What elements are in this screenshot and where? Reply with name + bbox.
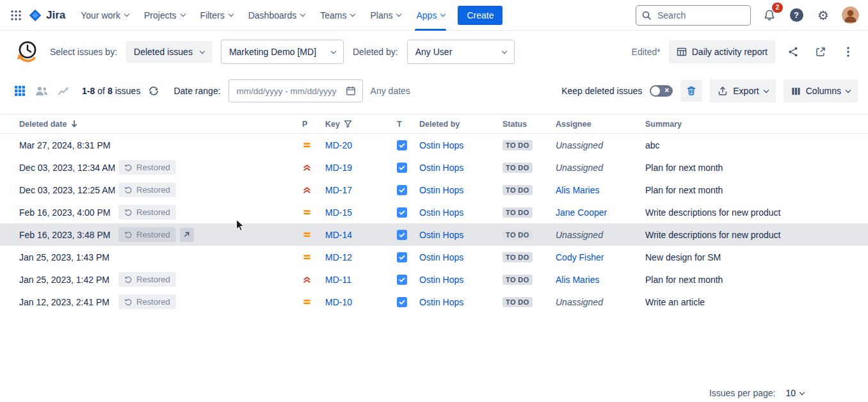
primary-nav: Your work Projects Filters Dashboards Te… — [73, 0, 453, 31]
assignee[interactable]: Alis Maries — [556, 185, 599, 195]
calendar-icon[interactable] — [346, 86, 356, 96]
issue-source-dropdown[interactable]: Deleted issues — [126, 41, 212, 63]
issue-key-link[interactable]: MD-10 — [325, 297, 352, 307]
topnav-right: 2 — [636, 5, 859, 26]
table-row[interactable]: Feb 16, 2023, 3:48 PM Restored MD-14 — [0, 223, 868, 246]
deleted-by-cell: Ostin Hops — [419, 275, 502, 285]
summary-cell: Plan for next month — [645, 163, 868, 173]
assignee[interactable]: Jane Cooper — [556, 207, 607, 218]
share-button[interactable] — [784, 42, 803, 61]
priority-medium-icon — [302, 207, 325, 217]
global-search[interactable] — [636, 5, 751, 26]
table-row[interactable]: Jan 25, 2023, 1:42 PM Restored MD-11 — [0, 268, 868, 291]
filter-funnel-icon[interactable] — [344, 120, 352, 128]
settings-button[interactable] — [815, 7, 832, 24]
summary-text: abc — [645, 140, 660, 150]
search-input[interactable] — [656, 10, 745, 21]
table-row[interactable]: Mar 27, 2024, 8:31 PM MD-20 Ostin Hops T… — [0, 134, 868, 156]
chevron-down-icon — [440, 12, 446, 17]
issue-key-link[interactable]: MD-15 — [325, 207, 352, 218]
table-row[interactable]: Jan 12, 2023, 2:41 PM Restored MD-10 — [0, 291, 868, 313]
chevron-down-icon — [764, 87, 769, 92]
status-cell: TO DO — [502, 140, 556, 150]
deleted-issues-table: Deleted date P Key T Deleted by Status A… — [0, 114, 868, 313]
deleted-date-text: Dec 03, 2023, 12:34 AM — [19, 163, 118, 173]
export-button[interactable]: Export — [710, 79, 775, 102]
column-header-key: Key — [325, 120, 397, 129]
issue-key-link[interactable]: MD-14 — [325, 230, 352, 240]
columns-button[interactable]: Columns — [784, 79, 858, 102]
undo-icon — [124, 163, 133, 172]
users-view-icon[interactable] — [35, 85, 48, 97]
deleted-by-link[interactable]: Ostin Hops — [419, 185, 463, 195]
deleted-by-link[interactable]: Ostin Hops — [419, 207, 463, 218]
issue-key-link[interactable]: MD-17 — [325, 185, 352, 195]
priority-cell — [302, 163, 325, 172]
restored-label: Restored — [136, 275, 170, 284]
deleted-by-link[interactable]: Ostin Hops — [419, 275, 463, 285]
jira-logo[interactable]: Jira — [26, 8, 73, 22]
nav-item-plans[interactable]: Plans — [362, 0, 408, 31]
date-range-field[interactable] — [229, 79, 363, 102]
issue-key-link[interactable]: MD-19 — [325, 163, 352, 173]
project-dropdown[interactable]: Marketing Demo [MD] — [221, 40, 344, 64]
more-actions-button[interactable] — [839, 42, 858, 61]
nav-item-dashboards[interactable]: Dashboards — [241, 0, 313, 31]
task-type-icon — [397, 163, 419, 173]
notifications-button[interactable]: 2 — [761, 7, 778, 24]
nav-item-teams[interactable]: Teams — [312, 0, 362, 31]
column-header-deleted-by: Deleted by — [419, 120, 502, 129]
user-avatar[interactable] — [842, 6, 859, 24]
chevron-down-icon — [800, 389, 805, 394]
table-row[interactable]: Feb 16, 2023, 4:00 PM Restored MD-15 — [0, 201, 868, 223]
deleted-date-cell: Dec 03, 2023, 12:25 AM Restored — [19, 182, 302, 197]
deleted-by-link[interactable]: Ostin Hops — [419, 140, 463, 150]
restored-label: Restored — [136, 207, 170, 217]
assignee-cell: Unassigned — [556, 230, 645, 240]
issues-per-page-dropdown[interactable]: 10 — [782, 385, 808, 401]
nav-item-projects[interactable]: Projects — [136, 0, 193, 31]
daily-activity-report-button[interactable]: Daily activity report — [669, 40, 775, 63]
issue-key-link[interactable]: MD-20 — [325, 140, 352, 150]
deleted-date-cell: Mar 27, 2024, 8:31 PM — [19, 140, 302, 150]
open-issue-button[interactable] — [180, 228, 194, 242]
summary-cell: Write descriptions for new product — [645, 230, 868, 240]
table-row[interactable]: Jan 25, 2023, 1:43 PM MD-12 Ostin Hops T… — [0, 246, 868, 268]
chevron-down-icon — [396, 12, 401, 17]
nav-item-apps[interactable]: Apps — [408, 0, 453, 31]
issue-key-link[interactable]: MD-11 — [325, 275, 351, 285]
table-row[interactable]: Dec 03, 2023, 12:34 AM Restored MD-19 — [0, 156, 868, 179]
nav-item-filters[interactable]: Filters — [193, 0, 241, 31]
chart-view-icon[interactable] — [58, 85, 69, 97]
column-header-deleted-date[interactable]: Deleted date — [19, 120, 302, 129]
assignee-cell: Alis Maries — [556, 275, 645, 285]
restored-label: Restored — [136, 230, 170, 239]
filter-bar: 1-8 of 8 issues Date range: Any dates Ke… — [0, 73, 868, 109]
grid-view-icon[interactable] — [14, 85, 26, 97]
summary-text: Plan for next month — [645, 163, 723, 173]
assignee-cell: Unassigned — [556, 140, 645, 150]
app-switcher-icon[interactable] — [6, 6, 26, 25]
delete-selected-button[interactable] — [680, 80, 702, 102]
assignee[interactable]: Alis Maries — [556, 275, 599, 285]
deleted-date-text: Jan 25, 2023, 1:42 PM — [19, 275, 118, 285]
deleted-by-link[interactable]: Ostin Hops — [419, 230, 463, 240]
keep-deleted-issues-toggle[interactable] — [650, 85, 673, 97]
date-range-input[interactable] — [236, 86, 341, 97]
task-type-icon — [397, 207, 419, 218]
open-in-button[interactable] — [811, 42, 830, 61]
issue-key-link[interactable]: MD-12 — [325, 252, 352, 262]
status-cell: TO DO — [502, 229, 556, 240]
deleted-by-link[interactable]: Ostin Hops — [419, 297, 463, 307]
deleted-by-link[interactable]: Ostin Hops — [419, 163, 463, 173]
create-button[interactable]: Create — [458, 6, 502, 25]
nav-item-your-work[interactable]: Your work — [73, 0, 136, 31]
deleted-by-link[interactable]: Ostin Hops — [419, 252, 463, 262]
summary-text: Plan for next month — [645, 275, 723, 285]
deleted-by-dropdown[interactable]: Any User — [407, 40, 515, 64]
assignee[interactable]: Cody Fisher — [556, 252, 604, 262]
priority-medium-icon — [302, 297, 325, 307]
refresh-icon[interactable] — [148, 85, 159, 97]
table-row[interactable]: Dec 03, 2023, 12:25 AM Restored MD-17 — [0, 179, 868, 201]
help-button[interactable] — [788, 7, 805, 24]
